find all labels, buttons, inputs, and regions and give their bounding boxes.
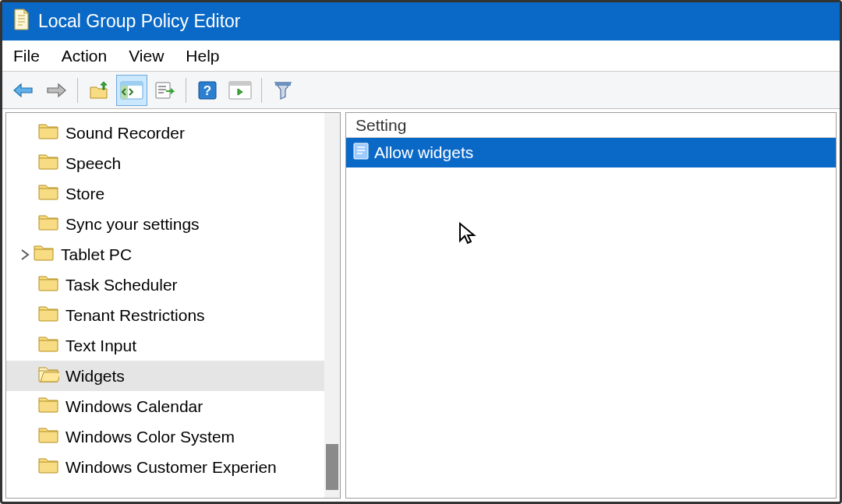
tree-item-label: Sound Recorder — [65, 124, 185, 143]
tree-panel: Sound Recorder Speech Store Sync your se… — [5, 112, 341, 499]
svg-text:?: ? — [203, 83, 211, 98]
folder-icon — [37, 395, 59, 418]
svg-rect-14 — [229, 82, 251, 86]
export-list-button[interactable] — [149, 75, 180, 106]
tree-item-label: Text Input — [65, 337, 136, 355]
back-button[interactable] — [8, 75, 39, 106]
toolbar-separator — [261, 78, 262, 103]
folder-icon — [37, 122, 59, 144]
folder-icon — [37, 365, 59, 387]
tree-item-label: Widgets — [65, 367, 125, 386]
tree-item[interactable]: Windows Customer Experien — [6, 452, 340, 482]
tree-item-label: Tenant Restrictions — [65, 306, 205, 325]
show-hide-tree-button[interactable] — [116, 75, 147, 106]
folder-icon — [37, 304, 59, 326]
window-options-button[interactable] — [225, 75, 256, 106]
tree-view[interactable]: Sound Recorder Speech Store Sync your se… — [6, 113, 340, 498]
tree-item[interactable]: Windows Calendar — [6, 391, 340, 421]
tree-item[interactable]: Speech — [6, 148, 340, 178]
svg-rect-5 — [121, 82, 143, 86]
svg-rect-15 — [275, 83, 291, 86]
tree-scrollbar[interactable] — [324, 113, 340, 498]
folder-icon — [37, 425, 59, 448]
tree-item[interactable]: Windows Color System — [6, 421, 340, 452]
folder-icon — [37, 334, 59, 357]
menu-help[interactable]: Help — [186, 47, 219, 65]
tree-item-label: Tablet PC — [61, 245, 132, 264]
tree-item-label: Windows Customer Experien — [65, 458, 277, 477]
tree-item-label: Speech — [65, 154, 121, 173]
svg-rect-16 — [354, 143, 368, 159]
setting-label: Allow widgets — [374, 143, 473, 162]
policy-setting-icon — [352, 142, 370, 164]
tree-item[interactable]: Tenant Restrictions — [6, 300, 340, 330]
title-bar: Local Group Policy Editor — [2, 2, 840, 41]
app-icon — [12, 9, 30, 35]
menu-file[interactable]: File — [13, 47, 40, 65]
tree-item[interactable]: Text Input — [6, 330, 340, 361]
menu-view[interactable]: View — [129, 47, 164, 65]
tree-item[interactable]: Sound Recorder — [6, 118, 340, 148]
tree-item[interactable]: Sync your settings — [6, 209, 340, 239]
settings-list[interactable]: Allow widgets — [346, 138, 836, 167]
tree-item-label: Windows Calendar — [65, 397, 203, 416]
toolbar-separator — [186, 78, 186, 103]
folder-icon — [37, 456, 59, 478]
chevron-right-icon[interactable] — [17, 249, 33, 260]
folder-icon — [37, 182, 59, 205]
folder-icon — [37, 152, 59, 174]
tree-scrollbar-thumb[interactable] — [326, 444, 338, 490]
tree-item[interactable]: Store — [6, 178, 340, 209]
toolbar: ? — [2, 72, 840, 109]
tree-item-label: Sync your settings — [65, 215, 200, 234]
tree-item[interactable]: Widgets — [6, 361, 340, 391]
tree-item-label: Task Scheduler — [65, 276, 178, 294]
help-button[interactable]: ? — [192, 75, 223, 106]
folder-icon — [33, 243, 55, 266]
folder-icon — [37, 213, 59, 235]
menu-action[interactable]: Action — [62, 47, 107, 65]
settings-header-setting[interactable]: Setting — [346, 113, 836, 138]
workspace: Sound Recorder Speech Store Sync your se… — [2, 109, 840, 502]
filter-button[interactable] — [267, 75, 299, 106]
tree-item-label: Windows Color System — [65, 428, 235, 446]
folder-icon — [37, 273, 59, 296]
tree-item[interactable]: Tablet PC — [6, 239, 340, 270]
forward-button[interactable] — [41, 75, 72, 106]
up-level-button[interactable] — [83, 75, 115, 106]
setting-row[interactable]: Allow widgets — [346, 138, 836, 167]
settings-panel: Setting Allow widgets — [345, 112, 837, 499]
menu-bar: File Action View Help — [2, 41, 840, 72]
toolbar-separator — [77, 78, 78, 103]
tree-item[interactable]: Task Scheduler — [6, 270, 340, 300]
window-title: Local Group Policy Editor — [38, 11, 241, 32]
tree-item-label: Store — [65, 185, 104, 203]
